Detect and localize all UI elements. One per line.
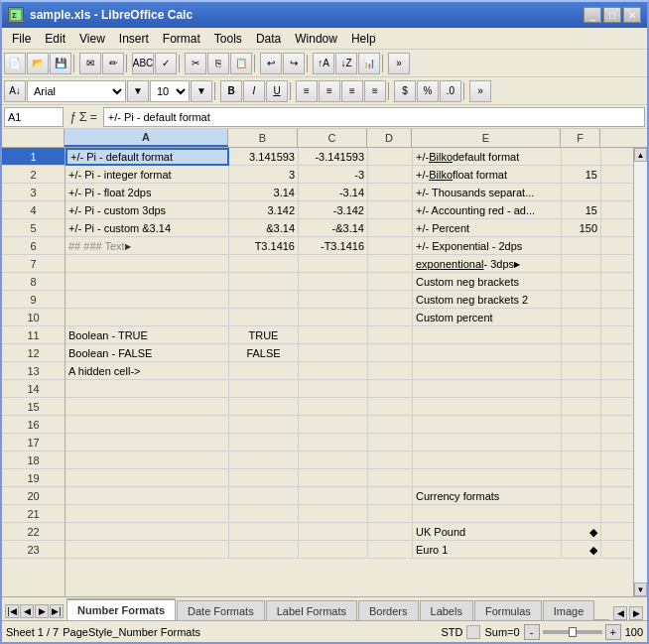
cell-c22[interactable] [299, 523, 368, 541]
cell-a10[interactable] [65, 309, 229, 326]
size-combo[interactable]: 10 [150, 80, 190, 102]
bold-button[interactable]: B [220, 80, 242, 102]
row-num-19[interactable]: 19 [2, 469, 65, 487]
row-num-5[interactable]: 5 [2, 219, 65, 237]
cell-f19[interactable] [562, 469, 601, 487]
cell-a18[interactable] [65, 451, 229, 469]
cell-f2[interactable]: 15 [562, 166, 601, 184]
cell-d10[interactable] [368, 309, 413, 326]
cell-e8[interactable]: Custom neg brackets [413, 273, 562, 291]
zoom-slider-thumb[interactable] [569, 627, 577, 637]
cell-b21[interactable] [229, 505, 299, 523]
cut-button[interactable]: ✂ [185, 53, 206, 74]
more-button[interactable]: » [388, 53, 410, 74]
cell-a11[interactable]: Boolean - TRUE [65, 326, 229, 344]
cell-c16[interactable] [299, 416, 368, 434]
minimize-button[interactable]: _ [584, 7, 601, 23]
close-button[interactable]: ✕ [623, 7, 641, 23]
edit-button[interactable]: ✏ [102, 53, 124, 74]
style-button[interactable]: A↓ [4, 80, 26, 102]
cell-d16[interactable] [368, 416, 413, 434]
cell-e2[interactable]: +/- Bilko float format [413, 166, 562, 184]
cell-b18[interactable] [229, 451, 299, 469]
cell-c3[interactable]: -3.14 [299, 184, 368, 201]
cell-d22[interactable] [368, 523, 413, 541]
cell-e22[interactable]: UK Pound [413, 523, 562, 541]
row-num-4[interactable]: 4 [2, 201, 65, 219]
menu-insert[interactable]: Insert [113, 31, 155, 47]
cell-b11[interactable]: TRUE [229, 326, 299, 344]
menu-window[interactable]: Window [289, 31, 343, 47]
font-combo[interactable]: Arial [27, 80, 126, 102]
formula-input[interactable]: +/- Pi - default format [103, 107, 645, 127]
cell-f1[interactable] [562, 148, 601, 166]
cell-a8[interactable] [65, 273, 229, 291]
row-num-10[interactable]: 10 [2, 309, 65, 326]
cell-b5[interactable]: &3.14 [229, 219, 299, 237]
cell-a16[interactable] [65, 416, 229, 434]
row-num-15[interactable]: 15 [2, 398, 65, 416]
cell-a1[interactable]: +/- Pi - default format [65, 148, 229, 166]
cell-b14[interactable] [229, 380, 299, 398]
tab-label-formats[interactable]: Label Formats [266, 600, 357, 620]
cell-d5[interactable] [368, 219, 413, 237]
cell-e6[interactable]: +/- Exponential - 2dps [413, 237, 562, 255]
autospell-button[interactable]: ✓ [155, 53, 177, 74]
cell-a3[interactable]: +/- Pi - float 2dps [65, 184, 229, 201]
cell-b7[interactable] [229, 255, 299, 273]
cell-d18[interactable] [368, 451, 413, 469]
cell-e1[interactable]: +/- Bilko default format [413, 148, 562, 166]
zoom-out-button[interactable]: - [524, 624, 540, 640]
more2-button[interactable]: » [469, 80, 491, 102]
row-num-13[interactable]: 13 [2, 362, 65, 380]
cell-b4[interactable]: 3.142 [229, 201, 299, 219]
new-button[interactable]: 📄 [4, 53, 26, 74]
currency-button[interactable]: $ [394, 80, 416, 102]
row-num-23[interactable]: 23 [2, 541, 65, 559]
row-num-6[interactable]: 6 [2, 237, 65, 255]
row-num-9[interactable]: 9 [2, 291, 65, 309]
italic-button[interactable]: I [243, 80, 265, 102]
tab-number-formats[interactable]: Number Formats [66, 598, 176, 620]
menu-tools[interactable]: Tools [208, 31, 248, 47]
cell-e7[interactable]: exponentional - 3dps ▶ [413, 255, 562, 273]
cell-f9[interactable] [562, 291, 601, 309]
cell-b15[interactable] [229, 398, 299, 416]
cell-e10[interactable]: Custom percent [413, 309, 562, 326]
equals-icon[interactable]: = [90, 110, 97, 124]
sort-asc-button[interactable]: ↑A [313, 53, 334, 74]
tab-scroll-right[interactable]: ▶ [629, 606, 643, 620]
menu-help[interactable]: Help [345, 31, 382, 47]
align-right-button[interactable]: ≡ [341, 80, 363, 102]
scroll-track[interactable] [634, 162, 647, 582]
email-button[interactable]: ✉ [79, 53, 101, 74]
cell-d1[interactable] [368, 148, 413, 166]
align-center-button[interactable]: ≡ [319, 80, 340, 102]
cell-d17[interactable] [368, 434, 413, 451]
scroll-up-button[interactable]: ▲ [634, 148, 647, 162]
cell-f14[interactable] [562, 380, 601, 398]
cell-e5[interactable]: +/- Percent [413, 219, 562, 237]
zoom-slider-track[interactable] [543, 630, 602, 634]
cell-c4[interactable]: -3.142 [299, 201, 368, 219]
cell-d6[interactable] [368, 237, 413, 255]
cell-f4[interactable]: 15 [562, 201, 601, 219]
cell-a15[interactable] [65, 398, 229, 416]
cell-d2[interactable] [368, 166, 413, 184]
cell-b1[interactable]: 3.141593 [229, 148, 299, 166]
row-num-16[interactable]: 16 [2, 416, 65, 434]
vertical-scrollbar[interactable]: ▲ ▼ [633, 148, 647, 596]
redo-button[interactable]: ↪ [283, 53, 305, 74]
cell-f23[interactable]: ◆ [562, 541, 601, 559]
cell-f5[interactable]: 150 [562, 219, 601, 237]
cell-a12[interactable]: Boolean - FALSE [65, 344, 229, 362]
copy-button[interactable]: ⎘ [207, 53, 229, 74]
row-num-8[interactable]: 8 [2, 273, 65, 291]
col-header-d[interactable]: D [367, 129, 412, 147]
menu-format[interactable]: Format [157, 31, 206, 47]
cell-c18[interactable] [299, 451, 368, 469]
cell-d11[interactable] [368, 326, 413, 344]
cell-d8[interactable] [368, 273, 413, 291]
row-num-22[interactable]: 22 [2, 523, 65, 541]
col-header-b[interactable]: B [228, 129, 298, 147]
